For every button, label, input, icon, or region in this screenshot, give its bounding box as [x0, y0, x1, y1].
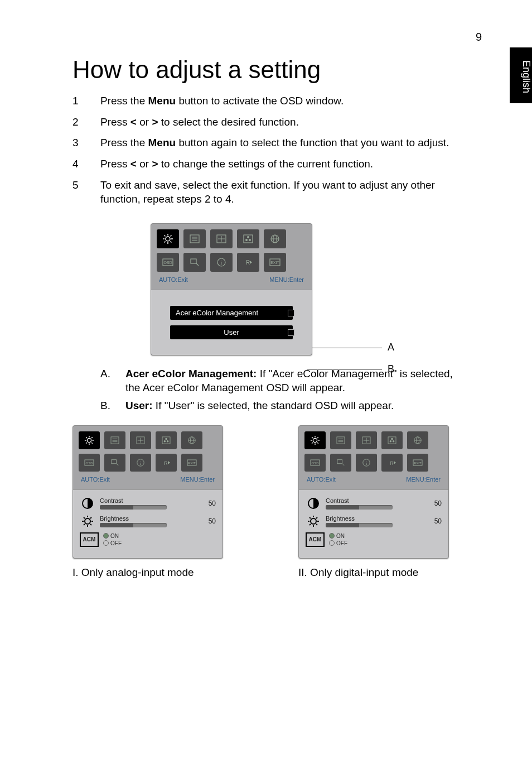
contrast-slider[interactable]: [100, 505, 167, 510]
acm-control[interactable]: ACM ON OFF: [306, 532, 442, 547]
svg-line-77: [312, 437, 313, 438]
svg-text:EXIT: EXIT: [414, 462, 422, 465]
color-icon[interactable]: [237, 229, 259, 248]
caption-digital: II. Only digital-input mode: [298, 566, 468, 579]
svg-rect-97: [337, 460, 342, 464]
svg-text:i: i: [221, 260, 223, 266]
svg-line-111: [309, 524, 311, 525]
signal-icon[interactable]: [330, 454, 351, 472]
osd-tab-row-1: [157, 229, 306, 248]
brightness-control[interactable]: Brightness 50: [306, 515, 442, 528]
reset-icon[interactable]: R: [156, 454, 177, 472]
svg-line-79: [312, 443, 313, 444]
list-icon[interactable]: [330, 431, 351, 449]
brightness-value: 50: [202, 517, 216, 525]
osd-panel-main: OSD i R EXIT AUTO:Exit MENU:Enter Acer e…: [151, 223, 312, 355]
svg-point-49: [167, 440, 169, 443]
svg-line-109: [309, 517, 311, 518]
svg-text:EXIT: EXIT: [270, 261, 279, 265]
globe-icon[interactable]: [181, 431, 202, 449]
note-b: B. User: If "User" is selected, the stan…: [100, 398, 468, 413]
svg-point-50: [165, 438, 167, 440]
sun-icon[interactable]: [79, 431, 100, 449]
contrast-icon: [306, 497, 321, 510]
svg-rect-25: [191, 259, 196, 263]
svg-point-0: [166, 237, 170, 241]
position-icon[interactable]: [130, 431, 151, 449]
reset-icon[interactable]: R: [381, 454, 403, 472]
svg-line-36: [86, 437, 87, 438]
list-icon[interactable]: [183, 229, 206, 248]
brightness-slider[interactable]: [326, 523, 393, 527]
svg-point-104: [311, 518, 316, 524]
acm-off-option[interactable]: OFF: [103, 540, 122, 546]
svg-line-7: [165, 241, 166, 242]
sun-icon[interactable]: [304, 431, 326, 449]
svg-line-112: [316, 517, 317, 518]
globe-icon[interactable]: [264, 229, 286, 248]
step-number: 1: [72, 94, 100, 108]
language-tab: English: [510, 47, 532, 103]
contrast-slider[interactable]: [326, 505, 393, 510]
step-3: 3 Press the Menu button again to select …: [72, 136, 468, 150]
contrast-control[interactable]: Contrast 50: [80, 497, 216, 510]
leader-line-b: [307, 369, 382, 369]
brightness-slider[interactable]: [100, 523, 167, 527]
svg-point-63: [85, 518, 90, 524]
hint-auto-exit: AUTO:Exit: [81, 476, 110, 483]
exit-icon[interactable]: EXIT: [264, 253, 286, 272]
svg-point-48: [164, 440, 166, 443]
signal-icon[interactable]: [183, 253, 206, 272]
page-number: 9: [476, 31, 482, 44]
svg-line-70: [84, 524, 85, 525]
hint-menu-enter: MENU:Enter: [269, 276, 304, 283]
reset-icon[interactable]: R: [237, 253, 259, 272]
position-icon[interactable]: [356, 431, 377, 449]
color-icon[interactable]: [156, 431, 177, 449]
instruction-list: 1 Press the Menu button to activate the …: [72, 94, 468, 206]
svg-text:R: R: [164, 460, 168, 466]
svg-line-8: [171, 235, 172, 236]
svg-text:OSD: OSD: [85, 462, 93, 465]
brightness-value: 50: [428, 517, 442, 525]
info-icon[interactable]: i: [356, 454, 377, 472]
position-icon[interactable]: [210, 229, 233, 248]
globe-icon[interactable]: [407, 431, 428, 449]
sun-icon[interactable]: [157, 229, 179, 248]
svg-line-78: [317, 443, 318, 444]
acm-off-option[interactable]: OFF: [329, 540, 347, 546]
svg-line-71: [90, 517, 91, 518]
svg-text:OSD: OSD: [163, 261, 172, 265]
info-icon[interactable]: i: [130, 454, 151, 472]
exit-icon[interactable]: EXIT: [407, 454, 428, 472]
hint-auto-exit: AUTO:Exit: [307, 476, 336, 483]
svg-line-68: [84, 517, 85, 518]
signal-icon[interactable]: [104, 454, 125, 472]
svg-point-72: [313, 438, 317, 442]
menu-acer-ecolor[interactable]: Acer eColor Management: [170, 306, 293, 320]
brightness-control[interactable]: Brightness 50: [80, 515, 216, 528]
acm-control[interactable]: ACM ON OFF: [80, 532, 216, 547]
osd-icon[interactable]: OSD: [157, 253, 179, 272]
step-2: 2 Press < or > to select the desired fun…: [72, 115, 468, 129]
acm-on-option[interactable]: ON: [329, 533, 347, 539]
acm-icon: ACM: [306, 532, 325, 547]
color-icon[interactable]: [381, 431, 403, 449]
note-a: A. Acer eColor Management: If "Acer eCol…: [100, 367, 468, 395]
page-content: How to adjust a setting 1 Press the Menu…: [72, 56, 468, 579]
osd-main-figure: OSD i R EXIT AUTO:Exit MENU:Enter Acer e…: [151, 223, 390, 355]
exit-icon[interactable]: EXIT: [181, 454, 202, 472]
info-icon[interactable]: i: [210, 253, 233, 272]
menu-user[interactable]: User: [170, 325, 293, 339]
svg-text:EXIT: EXIT: [188, 462, 196, 465]
svg-line-39: [91, 437, 93, 438]
step-number: 2: [72, 115, 100, 129]
contrast-value: 50: [428, 499, 442, 507]
list-icon[interactable]: [104, 431, 125, 449]
acm-on-option[interactable]: ON: [103, 533, 122, 539]
osd-icon[interactable]: OSD: [79, 454, 100, 472]
contrast-control[interactable]: Contrast 50: [306, 497, 442, 510]
svg-point-17: [245, 239, 248, 241]
acm-icon: ACM: [80, 532, 99, 547]
osd-icon[interactable]: OSD: [304, 454, 326, 472]
